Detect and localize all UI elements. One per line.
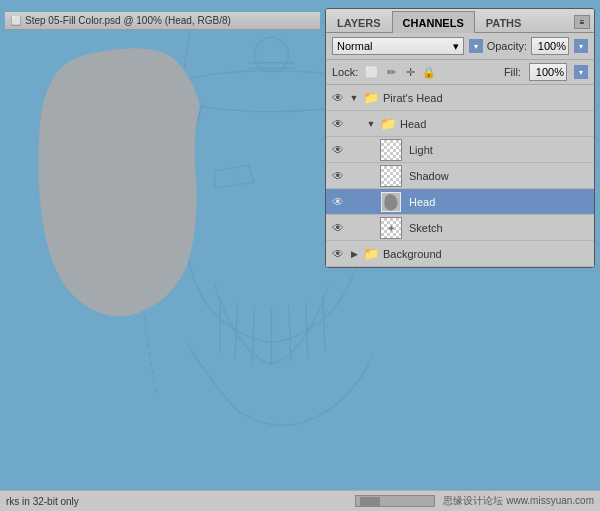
tab-paths[interactable]: PATHS bbox=[475, 11, 533, 33]
panel-menu-button[interactable]: ≡ bbox=[574, 15, 590, 29]
layer-sketch[interactable]: 👁 Sketch bbox=[326, 215, 594, 241]
folder-icon-background: 📁 bbox=[362, 246, 380, 262]
layer-name-shadow: Shadow bbox=[409, 170, 590, 182]
eye-icon-light[interactable]: 👁 bbox=[330, 142, 346, 158]
canvas-title: Step 05-Fill Color.psd @ 100% (Head, RGB… bbox=[25, 15, 231, 26]
folder-icon-pirates-head: 📁 bbox=[362, 90, 380, 106]
status-left: rks in 32-bit only bbox=[6, 496, 355, 507]
scroll-thumb[interactable] bbox=[360, 497, 380, 507]
lock-image-btn[interactable]: ✏ bbox=[383, 64, 399, 80]
canvas-window: ⬜ Step 05-Fill Color.psd @ 100% (Head, R… bbox=[5, 12, 320, 30]
expand-pirates-head[interactable]: ▼ bbox=[349, 90, 359, 106]
fill-label: Fill: bbox=[504, 66, 521, 78]
lock-label: Lock: bbox=[332, 66, 358, 78]
thumb-head bbox=[380, 191, 402, 213]
blend-mode-arrow: ▾ bbox=[453, 40, 459, 53]
eye-icon-sketch[interactable]: 👁 bbox=[330, 220, 346, 236]
layer-name-head: Head bbox=[409, 196, 590, 208]
svg-point-1 bbox=[254, 38, 288, 72]
blend-mode-select[interactable]: Normal ▾ bbox=[332, 37, 464, 55]
fill-value: 100% bbox=[536, 66, 564, 78]
layers-panel: LAYERS CHANNELS PATHS ≡ Normal ▾ ▾ Opaci… bbox=[325, 8, 595, 268]
layer-head[interactable]: 👁 Head bbox=[326, 189, 594, 215]
blend-row: Normal ▾ ▾ Opacity: 100% ▾ bbox=[326, 33, 594, 60]
tab-layers[interactable]: LAYERS bbox=[326, 11, 392, 33]
layers-list: 👁 ▼ 📁 Pirat's Head 👁 ▼ 📁 Head 👁 Light 👁 bbox=[326, 85, 594, 267]
layer-name-pirates-head: Pirat's Head bbox=[383, 92, 590, 104]
tab-channels[interactable]: CHANNELS bbox=[392, 11, 475, 33]
status-bar: rks in 32-bit only 思缘设计论坛 www.missyuan.c… bbox=[0, 490, 600, 511]
eye-icon-pirates-head[interactable]: 👁 bbox=[330, 90, 346, 106]
layer-name-background: Background bbox=[383, 248, 590, 260]
layer-head-group[interactable]: 👁 ▼ 📁 Head bbox=[326, 111, 594, 137]
panel-tabs: LAYERS CHANNELS PATHS ≡ bbox=[326, 9, 594, 33]
layer-background[interactable]: 👁 ▶ 📁 Background bbox=[326, 241, 594, 267]
eye-icon-head[interactable]: 👁 bbox=[330, 194, 346, 210]
lock-position-btn[interactable]: ✛ bbox=[402, 64, 418, 80]
lock-transparent-btn[interactable]: ⬜ bbox=[364, 64, 380, 80]
lock-row: Lock: ⬜ ✏ ✛ 🔒 Fill: 100% ▾ bbox=[326, 60, 594, 85]
fill-dropdown[interactable]: ▾ bbox=[574, 65, 588, 79]
blend-mode-dropdown[interactable]: ▾ bbox=[469, 39, 483, 53]
layer-name-head-group: Head bbox=[400, 118, 590, 130]
opacity-value: 100% bbox=[538, 40, 566, 52]
scroll-track[interactable] bbox=[355, 495, 435, 507]
opacity-input[interactable]: 100% bbox=[531, 37, 569, 55]
eye-icon-background[interactable]: 👁 bbox=[330, 246, 346, 262]
canvas-titlebar: ⬜ Step 05-Fill Color.psd @ 100% (Head, R… bbox=[5, 12, 320, 30]
expand-head-group[interactable]: ▼ bbox=[366, 116, 376, 132]
canvas-icon: ⬜ bbox=[11, 16, 21, 26]
thumb-sketch bbox=[380, 217, 402, 239]
thumb-shadow bbox=[380, 165, 402, 187]
expand-background[interactable]: ▶ bbox=[349, 246, 359, 262]
layer-shadow[interactable]: 👁 Shadow bbox=[326, 163, 594, 189]
folder-icon-head-group: 📁 bbox=[379, 116, 397, 132]
fill-input[interactable]: 100% bbox=[529, 63, 567, 81]
layer-name-sketch: Sketch bbox=[409, 222, 590, 234]
layer-name-light: Light bbox=[409, 144, 590, 156]
lock-all-btn[interactable]: 🔒 bbox=[421, 64, 437, 80]
thumb-light bbox=[380, 139, 402, 161]
layer-pirates-head[interactable]: 👁 ▼ 📁 Pirat's Head bbox=[326, 85, 594, 111]
eye-icon-head-group[interactable]: 👁 bbox=[330, 116, 346, 132]
eye-icon-shadow[interactable]: 👁 bbox=[330, 168, 346, 184]
blend-mode-value: Normal bbox=[337, 40, 372, 52]
status-right: 思缘设计论坛 www.missyuan.com bbox=[443, 494, 594, 508]
opacity-dropdown[interactable]: ▾ bbox=[574, 39, 588, 53]
layer-light[interactable]: 👁 Light bbox=[326, 137, 594, 163]
opacity-label: Opacity: bbox=[487, 40, 527, 52]
lock-icons: ⬜ ✏ ✛ 🔒 bbox=[364, 64, 437, 80]
